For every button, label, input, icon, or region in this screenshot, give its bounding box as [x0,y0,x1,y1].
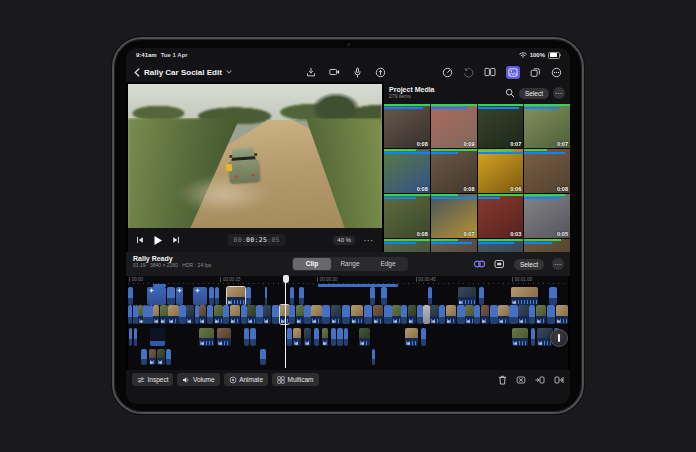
timeline-clip[interactable] [141,349,147,365]
timeline-clip[interactable] [344,328,349,346]
connected-bar[interactable] [153,284,166,287]
timeline-clip[interactable] [331,328,336,346]
timeline-clip[interactable] [337,328,342,346]
timeline-clip[interactable] [428,287,432,305]
timeline-clip[interactable] [287,328,292,346]
media-item[interactable]: 0:07 [478,104,524,148]
timeline-clip[interactable] [128,287,133,305]
media-item[interactable]: 0:06 [478,149,524,193]
timeline-clip[interactable] [518,305,529,324]
timeline-clip[interactable] [241,305,247,324]
duplicate-clip-icon[interactable] [494,259,506,269]
timeline-clip[interactable] [322,328,329,346]
timeline-clip[interactable] [479,287,485,305]
timeline-clip[interactable] [160,305,168,324]
timeline-clip[interactable] [511,287,538,305]
timeline-clip[interactable] [311,305,322,324]
timeline-clip[interactable] [392,305,400,324]
timeline-clip[interactable] [168,305,179,324]
media-item[interactable]: 0:09 [431,104,477,148]
timeline-clip[interactable] [331,305,342,324]
timeline-clip[interactable] [512,328,528,346]
timeline-clip[interactable] [372,349,375,365]
timeline-clip[interactable] [227,287,245,305]
capture-icon[interactable] [375,67,386,78]
media-item[interactable]: 0:03 [478,194,524,238]
timeline-clip[interactable] [290,287,294,305]
volume-button[interactable]: Volume [177,373,219,386]
timeline-clip[interactable] [370,287,376,305]
timeline-clip[interactable] [230,305,241,324]
camera-icon[interactable] [329,67,340,77]
timeline-clip[interactable] [167,287,174,305]
timeline-clip[interactable] [458,287,477,305]
timeline-clip[interactable] [547,305,555,324]
timeline-clip[interactable] [381,287,386,305]
timeline-clip[interactable] [457,305,465,324]
segment-range[interactable]: Range [331,258,369,270]
search-icon[interactable] [505,88,515,98]
play-button[interactable] [153,235,163,246]
more-circle-icon[interactable] [551,67,562,78]
timeline-clip[interactable] [314,328,319,346]
timeline-clip[interactable] [214,305,223,324]
undo-icon[interactable] [463,67,474,78]
timeline-clip[interactable] [439,305,445,324]
timeline-clip[interactable] [481,305,489,324]
timeline-clip[interactable] [215,287,219,305]
timeline-clip[interactable] [421,328,426,346]
overwrite-icon[interactable] [516,375,526,385]
timeline-clip[interactable] [195,305,199,324]
media-item[interactable]: 0:08 [384,149,430,193]
timeline-clip[interactable] [364,305,372,324]
timeline-clip[interactable] [405,328,418,346]
timeline[interactable]: 00:0000:00:1500:00:3000:00:4500:01:00 [128,276,568,370]
timeline-clip[interactable] [549,287,557,305]
segment-clip[interactable]: Clip [293,258,331,270]
viewer-zoom-level[interactable]: 40 % [333,236,355,245]
timeline-clip[interactable] [446,305,457,324]
timeline-clip[interactable] [246,287,251,305]
timeline-clip[interactable] [430,305,438,324]
timeline-clip[interactable] [304,328,311,346]
inspect-button[interactable]: Inspect [132,373,173,386]
timeline-clip[interactable] [272,305,279,324]
timeline-clip[interactable] [373,305,384,324]
timeline-clip[interactable] [193,287,207,305]
skip-forward-icon[interactable] [172,236,180,244]
duplicate-icon[interactable] [530,67,541,78]
timeline-clip[interactable] [531,328,535,346]
media-item[interactable]: 0:07 [431,194,477,238]
timecode[interactable]: 00:00:25:05 [228,234,284,246]
import-icon[interactable] [306,67,316,78]
timeline-clip[interactable] [128,305,132,324]
segment-edge[interactable]: Edge [369,258,407,270]
timeline-clip[interactable] [351,305,364,324]
mic-icon[interactable] [353,67,362,78]
timeline-clip[interactable] [322,305,330,324]
timeline-clip[interactable] [176,287,184,305]
timeline-clip[interactable] [150,328,165,346]
timeline-clip[interactable] [529,305,535,324]
timeline-clip[interactable] [465,305,473,324]
insert-icon[interactable] [535,375,545,385]
video-preview[interactable] [128,82,382,228]
timeline-clip[interactable] [149,349,156,365]
timeline-clip[interactable] [166,349,171,365]
timeline-clip[interactable] [296,305,304,324]
timeline-clip[interactable] [536,305,547,324]
timeline-clip[interactable] [157,349,164,365]
timeline-clip[interactable] [129,328,133,346]
append-icon[interactable] [554,375,564,385]
media-item[interactable]: 0:08 [384,104,430,148]
timeline-more-button[interactable]: ··· [552,258,564,270]
playhead[interactable] [285,276,286,368]
timeline-clip[interactable] [408,305,416,324]
timeline-clip[interactable] [260,349,267,365]
timeline-clip[interactable] [217,328,231,346]
media-item[interactable]: 0:05 [524,194,570,238]
timeline-clip[interactable] [401,305,407,324]
timeline-clip[interactable] [498,305,509,324]
connect-clip-icon[interactable] [473,259,486,269]
timeline-clip[interactable] [289,305,295,324]
